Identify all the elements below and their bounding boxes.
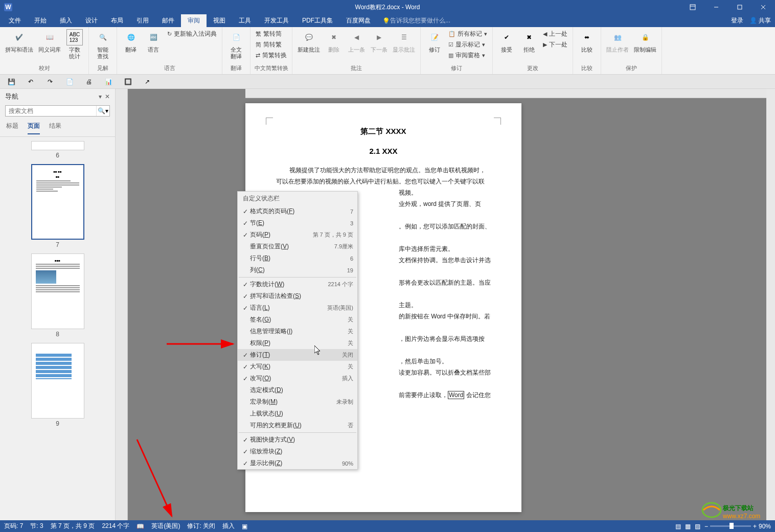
tab-home[interactable]: 开始	[28, 14, 53, 27]
ctx-item[interactable]: ✓字数统计(W)2214 个字	[238, 279, 357, 290]
ctx-item[interactable]: 权限(P)关	[238, 337, 357, 349]
thumb-6[interactable]: 6	[31, 141, 84, 159]
status-proofing-icon[interactable]: 📖	[136, 523, 144, 530]
status-track[interactable]: 修订: 关闭	[187, 522, 215, 530]
next-change-button[interactable]: ▶ 下一处	[541, 40, 569, 50]
qat-icon-6[interactable]: 📊	[104, 78, 112, 86]
tab-view[interactable]: 视图	[207, 14, 232, 27]
tab-tools[interactable]: 工具	[232, 14, 258, 27]
compare-button[interactable]: ⬌比较	[576, 28, 598, 54]
status-words[interactable]: 2214 个字	[102, 522, 129, 530]
restrict-editing-button[interactable]: 🔒限制编辑	[632, 28, 658, 54]
ctx-item[interactable]: ✓格式页的页码(F)7	[238, 205, 357, 217]
show-comments-button[interactable]: ☰显示批注	[391, 28, 417, 54]
ctx-item[interactable]: 垂直页位置(V)7.9厘米	[238, 241, 357, 252]
nav-search[interactable]: 🔍▾	[5, 105, 110, 117]
qat-icon-8[interactable]: ↗	[143, 78, 151, 86]
tab-layout[interactable]: 布局	[104, 14, 130, 27]
view-read-mode-icon[interactable]: ▤	[675, 523, 681, 530]
ctx-item[interactable]: 信息管理策略(I)关	[238, 326, 357, 337]
qat-icon-5[interactable]: 🖨	[85, 78, 93, 86]
status-page-of[interactable]: 第 7 页，共 9 页	[51, 522, 95, 530]
ctx-item[interactable]: ✓显示比例(Z)90%	[238, 457, 357, 469]
thesaurus-button[interactable]: 📖同义词库	[36, 28, 63, 54]
qat-icon-4[interactable]: 📄	[65, 78, 74, 86]
view-print-layout-icon[interactable]: ▦	[685, 523, 691, 530]
ctx-item[interactable]: 上载状态(U)	[238, 408, 357, 420]
ctx-item[interactable]: ✓语言(L)英语(美国)	[238, 302, 357, 314]
new-comment-button[interactable]: 💬新建批注	[295, 28, 322, 54]
ctx-item[interactable]: 行号(B)6	[238, 252, 357, 264]
ctx-item[interactable]: 签名(G)关	[238, 314, 357, 326]
thumb-9[interactable]: 9	[31, 343, 84, 427]
maximize-button[interactable]	[728, 0, 751, 14]
thumb-7[interactable]: ■■ ■■■■7	[31, 164, 84, 248]
ribbon-display-options[interactable]	[681, 0, 704, 14]
tell-me[interactable]: 💡 告诉我您想要做什么...	[382, 14, 450, 27]
smart-lookup-button[interactable]: 🔍智能 查找	[92, 28, 113, 61]
delete-comment-button[interactable]: ✖删除	[323, 28, 345, 54]
nav-tab-pages[interactable]: 页面	[28, 122, 40, 134]
prev-change-button[interactable]: ◀ 上一处	[541, 29, 569, 39]
prev-comment-button[interactable]: ◀上一条	[346, 28, 367, 54]
status-section[interactable]: 节: 3	[30, 522, 43, 530]
ctx-item[interactable]: ✓节(E)3	[238, 217, 357, 229]
spelling-grammar-button[interactable]: ✔️拼写和语法	[3, 28, 35, 54]
zoom-level[interactable]: 90%	[759, 523, 771, 530]
document-area[interactable]: 第二节 XXXX 2.1 XXX 视频提供了功能强大的方法帮助您证明您的观点。当…	[128, 89, 775, 520]
tab-references[interactable]: 引用	[130, 14, 155, 27]
block-authors-button[interactable]: 👥阻止作者	[604, 28, 631, 54]
tab-developer[interactable]: 开发工具	[258, 14, 295, 27]
tab-insert[interactable]: 插入	[53, 14, 79, 27]
undo-icon[interactable]: ↶	[27, 78, 35, 86]
status-insert[interactable]: 插入	[222, 522, 235, 530]
status-macro-icon[interactable]: ▣	[242, 523, 247, 530]
tab-review[interactable]: 审阅	[181, 14, 207, 27]
ctx-item[interactable]: 可用的文档更新(U)否	[238, 420, 357, 431]
save-icon[interactable]: 💾	[7, 78, 15, 86]
ctx-item[interactable]: ✓页码(P)第 7 页，共 9 页	[238, 229, 357, 241]
zoom-in-icon[interactable]: +	[753, 523, 757, 530]
reject-button[interactable]: ✖拒绝	[518, 28, 540, 54]
nav-close-icon[interactable]: ✕	[105, 93, 110, 100]
redo-icon[interactable]: ↷	[46, 78, 54, 86]
ctx-item[interactable]: ✓大写(K)关	[238, 361, 357, 373]
ctx-item[interactable]: 宏录制(M)未录制	[238, 396, 357, 408]
next-comment-button[interactable]: ▶下一条	[368, 28, 390, 54]
zoom-slider[interactable]	[710, 525, 751, 527]
nav-tab-headings[interactable]: 标题	[6, 122, 18, 134]
ctx-item[interactable]: 选定模式(D)	[238, 384, 357, 396]
login-link[interactable]: 登录	[731, 16, 743, 25]
search-icon[interactable]: 🔍▾	[96, 106, 109, 116]
ctx-item[interactable]: ✓视图快捷方式(V)	[238, 434, 357, 446]
zoom-out-icon[interactable]: −	[704, 523, 708, 530]
reviewing-pane-button[interactable]: ▥ 审阅窗格 ▾	[446, 51, 489, 60]
word-count-button[interactable]: ABC123字数 统计	[64, 28, 85, 61]
status-language[interactable]: 英语(美国)	[151, 522, 180, 530]
close-button[interactable]	[751, 0, 775, 14]
tab-baidu[interactable]: 百度网盘	[339, 14, 377, 27]
to-traditional-button[interactable]: 繁 繁转简	[254, 29, 289, 39]
tab-file[interactable]: 文件	[2, 14, 28, 27]
nav-dropdown-icon[interactable]: ▾	[99, 93, 102, 100]
language-button[interactable]: 🔤语言	[143, 28, 164, 54]
accept-button[interactable]: ✔接受	[496, 28, 517, 54]
translate-button[interactable]: 🌐翻译	[120, 28, 142, 54]
ctx-item[interactable]: ✓修订(T)关闭	[238, 349, 357, 361]
ctx-item[interactable]: ✓改写(O)插入	[238, 373, 357, 384]
qat-icon-7[interactable]: 🔲	[124, 78, 132, 86]
minimize-button[interactable]	[704, 0, 728, 14]
full-translate-button[interactable]: 📄全文 翻译	[225, 28, 247, 61]
tab-mailings[interactable]: 邮件	[155, 14, 181, 27]
update-ime-button[interactable]: ↻ 更新输入法词典	[165, 29, 219, 39]
tab-pdf[interactable]: PDF工具集	[295, 14, 339, 27]
to-simplified-button[interactable]: 简 简转繁	[254, 40, 289, 50]
share-button[interactable]: 👤 共享	[749, 16, 771, 25]
status-page[interactable]: 页码: 7	[4, 522, 23, 530]
tab-design[interactable]: 设计	[79, 14, 104, 27]
search-input[interactable]	[6, 106, 96, 116]
nav-tab-results[interactable]: 结果	[49, 122, 61, 134]
display-for-review-button[interactable]: 📋 所有标记 ▾	[446, 29, 489, 39]
ctx-item[interactable]: ✓缩放滑块(Z)	[238, 446, 357, 457]
ctx-item[interactable]: 列(C)19	[238, 264, 357, 276]
